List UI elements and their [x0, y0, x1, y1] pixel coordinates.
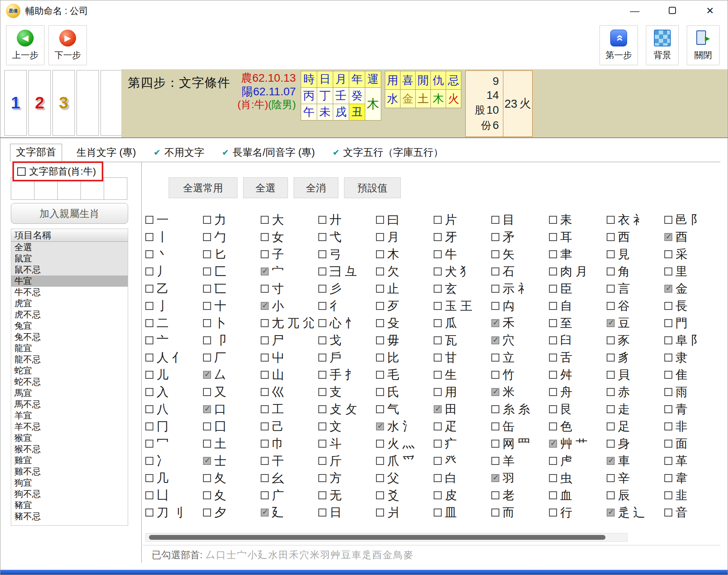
radical-label[interactable]: 支 — [330, 386, 342, 398]
radical-label[interactable]: 羽 — [503, 472, 515, 484]
next-step-button[interactable]: ▶ 下一步 — [48, 25, 87, 65]
radical-label[interactable]: 艸 艹 — [560, 438, 587, 450]
radical-label[interactable]: 犬 犭 — [445, 265, 472, 277]
radical-label[interactable]: 氏 — [387, 386, 399, 398]
radical-checkbox[interactable] — [376, 405, 384, 413]
radical-checkbox[interactable] — [318, 336, 326, 344]
radical-checkbox[interactable] — [203, 474, 211, 482]
radical-label[interactable]: 刀 刂 — [157, 507, 184, 519]
radical-checkbox[interactable] — [549, 457, 557, 465]
radical-checkbox[interactable] — [434, 405, 442, 413]
radical-label[interactable]: 小 — [272, 300, 284, 312]
radical-label[interactable]: 毛 — [387, 369, 399, 381]
grid-button-3[interactable]: 全消 — [294, 177, 338, 198]
step-slot-5[interactable] — [101, 70, 123, 136]
radical-checkbox[interactable] — [376, 233, 384, 241]
radical-label[interactable]: 曰 — [387, 214, 399, 226]
radical-checkbox[interactable] — [434, 216, 442, 224]
radical-checkbox[interactable] — [203, 457, 211, 465]
radical-checkbox[interactable] — [664, 422, 672, 430]
radical-checkbox[interactable] — [261, 388, 269, 396]
radical-checkbox[interactable] — [203, 285, 211, 293]
radical-label[interactable]: 匸 — [214, 283, 226, 295]
radical-label[interactable]: 寸 — [272, 283, 284, 295]
radical-checkbox[interactable] — [434, 302, 442, 310]
step-slot-4[interactable] — [76, 70, 99, 136]
radical-checkbox[interactable] — [549, 285, 557, 293]
radical-checkbox[interactable] — [549, 336, 557, 344]
radical-label[interactable]: 气 — [387, 403, 399, 415]
radical-checkbox[interactable] — [261, 319, 269, 327]
radical-checkbox[interactable] — [491, 491, 499, 499]
radical-checkbox[interactable] — [203, 491, 211, 499]
radical-label[interactable]: 夂 — [214, 472, 226, 484]
radical-label[interactable]: 日 — [330, 507, 342, 519]
radical-label[interactable]: 殳 — [387, 317, 399, 329]
radical-label[interactable]: 疒 — [445, 438, 457, 450]
radical-label[interactable]: 耒 — [560, 214, 572, 226]
radical-label[interactable]: 夕 — [214, 507, 226, 519]
radical-label[interactable]: 辰 — [618, 489, 630, 501]
list-item[interactable]: 猴不忌 — [11, 444, 128, 455]
list-item[interactable]: 狗不忌 — [11, 489, 128, 500]
radical-checkbox[interactable] — [664, 388, 672, 396]
radical-label[interactable]: 火 灬 — [387, 438, 414, 450]
radical-label[interactable]: 士 — [214, 455, 226, 467]
radical-checkbox[interactable] — [664, 491, 672, 499]
list-item[interactable]: 羊不忌 — [11, 421, 128, 432]
radical-label[interactable]: 雨 — [676, 386, 688, 398]
radical-label[interactable]: 隶 — [676, 352, 688, 364]
radical-label[interactable]: 入 — [157, 386, 169, 398]
radical-label[interactable]: 冂 — [157, 420, 169, 432]
radical-checkbox[interactable] — [318, 440, 326, 448]
radical-label[interactable]: 乙 — [157, 283, 169, 295]
radical-label[interactable]: 歹 — [387, 300, 399, 312]
radical-checkbox[interactable] — [261, 285, 269, 293]
grid-button-1[interactable]: 全選常用 — [169, 177, 237, 198]
radical-label[interactable]: 耳 — [560, 231, 572, 243]
radical-checkbox[interactable] — [261, 302, 269, 310]
radical-label[interactable]: 广 — [272, 489, 284, 501]
radical-checkbox[interactable] — [318, 457, 326, 465]
radical-checkbox[interactable] — [549, 491, 557, 499]
list-item[interactable]: 鼠不忌 — [11, 264, 128, 275]
radical-checkbox[interactable] — [607, 440, 615, 448]
radical-checkbox[interactable] — [549, 388, 557, 396]
step-slot-3[interactable]: 3 — [52, 70, 75, 136]
radical-checkbox[interactable] — [664, 440, 672, 448]
radical-checkbox[interactable] — [491, 422, 499, 430]
radical-label[interactable]: 力 — [214, 214, 226, 226]
radical-label[interactable]: 己 — [272, 420, 284, 432]
radical-label[interactable]: 金 — [676, 283, 688, 295]
radical-filter-checkbox[interactable] — [17, 167, 26, 176]
radical-label[interactable]: 老 — [503, 489, 515, 501]
radical-checkbox[interactable] — [607, 422, 615, 430]
radical-checkbox[interactable] — [145, 336, 153, 344]
radical-label[interactable]: 尢 兀 尣 — [272, 317, 315, 329]
radical-label[interactable]: 攴 攵 — [330, 403, 357, 415]
radical-checkbox[interactable] — [491, 267, 499, 275]
radical-checkbox[interactable] — [145, 405, 153, 413]
radical-label[interactable]: 立 — [503, 352, 515, 364]
radical-label[interactable]: 生 — [445, 369, 457, 381]
radical-checkbox[interactable] — [491, 285, 499, 293]
radical-label[interactable]: 子 — [272, 248, 284, 260]
radical-label[interactable]: 丨 — [157, 231, 169, 243]
radical-label[interactable]: 角 — [618, 265, 630, 277]
radical-label[interactable]: 大 — [272, 214, 284, 226]
radical-label[interactable]: 血 — [560, 489, 572, 501]
radical-label[interactable]: 赤 — [618, 386, 630, 398]
radical-checkbox[interactable] — [145, 250, 153, 258]
radical-label[interactable]: 谷 — [618, 300, 630, 312]
radical-label[interactable]: 米 — [503, 386, 515, 398]
radical-label[interactable]: 隹 — [676, 369, 688, 381]
radical-label[interactable]: 缶 — [503, 420, 515, 432]
radical-label[interactable]: 示 礻 — [503, 283, 530, 295]
radical-checkbox[interactable] — [318, 250, 326, 258]
radical-checkbox[interactable] — [607, 302, 615, 310]
radical-label[interactable]: 皮 — [445, 489, 457, 501]
radical-label[interactable]: 尸 — [272, 334, 284, 346]
list-item[interactable]: 蛇不忌 — [11, 376, 128, 388]
radical-label[interactable]: 舌 — [560, 352, 572, 364]
radical-checkbox[interactable] — [549, 354, 557, 362]
